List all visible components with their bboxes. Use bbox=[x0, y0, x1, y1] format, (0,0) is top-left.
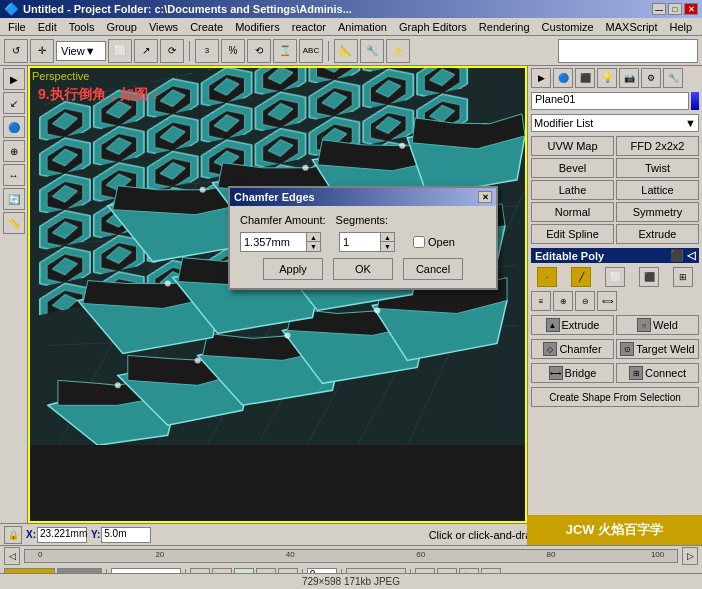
chamfer-tool-btn[interactable]: ◇ Chamfer bbox=[531, 339, 614, 359]
left-icon2[interactable]: ↙ bbox=[3, 92, 25, 114]
left-icon1[interactable]: ▶ bbox=[3, 68, 25, 90]
y-coord-value[interactable]: 5.0m bbox=[101, 527, 151, 543]
create-shape-btn[interactable]: Create Shape From Selection bbox=[531, 387, 699, 407]
bevel-btn[interactable]: Bevel bbox=[531, 158, 614, 178]
timeline-scroll-left[interactable]: ◁ bbox=[4, 547, 20, 565]
menu-item-edit[interactable]: Edit bbox=[32, 20, 63, 34]
toolbar-icon5[interactable]: % bbox=[221, 39, 245, 63]
toolbar-move-icon[interactable]: ✛ bbox=[30, 39, 54, 63]
maximize-button[interactable]: □ bbox=[668, 3, 682, 15]
chamfer-amount-input[interactable] bbox=[241, 233, 306, 251]
watermark-text: JCW 火焰百字学 bbox=[566, 521, 664, 523]
border-icon[interactable]: ⬜ bbox=[605, 267, 625, 287]
cancel-button[interactable]: Cancel bbox=[403, 258, 463, 280]
modifier-list-row: Modifier List ▼ bbox=[528, 112, 702, 134]
close-button[interactable]: ✕ bbox=[684, 3, 698, 15]
status-lock-icon[interactable]: 🔒 bbox=[4, 526, 22, 544]
normal-btn[interactable]: Normal bbox=[531, 202, 614, 222]
rp-icon5[interactable]: 📷 bbox=[619, 68, 639, 88]
menu-item-graph-editors[interactable]: Graph Editors bbox=[393, 20, 473, 34]
detach-icon[interactable]: ⊖ bbox=[575, 291, 595, 311]
ok-button[interactable]: OK bbox=[333, 258, 393, 280]
rp-icon7[interactable]: 🔧 bbox=[663, 68, 683, 88]
spin-down[interactable]: ▼ bbox=[307, 242, 320, 251]
view-dropdown[interactable]: View ▼ bbox=[56, 41, 106, 61]
twist-btn[interactable]: Twist bbox=[616, 158, 699, 178]
object-name-input[interactable]: Plane01 bbox=[531, 92, 689, 110]
menu-item-help[interactable]: Help bbox=[664, 20, 699, 34]
lathe-btn[interactable]: Lathe bbox=[531, 180, 614, 200]
segments-input[interactable] bbox=[340, 233, 380, 251]
attach-icon[interactable]: ⊕ bbox=[553, 291, 573, 311]
rp-icon3[interactable]: ⬛ bbox=[575, 68, 595, 88]
menu-item-maxscript[interactable]: MAXScript bbox=[600, 20, 664, 34]
toolbar-icon6[interactable]: ⟲ bbox=[247, 39, 271, 63]
minimize-button[interactable]: — bbox=[652, 3, 666, 15]
chamfer-amount-spinner[interactable]: ▲ ▼ bbox=[306, 233, 320, 251]
rp-icon6[interactable]: ⚙ bbox=[641, 68, 661, 88]
menu-item-views[interactable]: Views bbox=[143, 20, 184, 34]
toolbar-rotate-icon[interactable]: ↺ bbox=[4, 39, 28, 63]
chamfer-dialog-title: Chamfer Edges bbox=[234, 191, 478, 203]
edge-icon[interactable]: ╱ bbox=[571, 267, 591, 287]
menu-item-group[interactable]: Group bbox=[100, 20, 143, 34]
toolbar-icon4[interactable]: 3 bbox=[195, 39, 219, 63]
segments-input-wrap: ▲ ▼ bbox=[339, 232, 395, 252]
chamfer-close-button[interactable]: ✕ bbox=[478, 191, 492, 203]
modifier-list-dropdown[interactable]: Modifier List ▼ bbox=[531, 114, 699, 132]
left-icon5[interactable]: ↔ bbox=[3, 164, 25, 186]
extrude-tool-btn[interactable]: ▲ Extrude bbox=[531, 315, 614, 335]
apply-button[interactable]: Apply bbox=[263, 258, 323, 280]
menu-item-customize[interactable]: Customize bbox=[536, 20, 600, 34]
toolbar-icon9[interactable]: 📐 bbox=[334, 39, 358, 63]
spin-up[interactable]: ▲ bbox=[307, 233, 320, 242]
lattice-btn[interactable]: Lattice bbox=[616, 180, 699, 200]
menu-item-animation[interactable]: Animation bbox=[332, 20, 393, 34]
weld-btn[interactable]: ○ Weld bbox=[616, 315, 699, 335]
connect-btn[interactable]: ⊞ Connect bbox=[616, 363, 699, 383]
mirror-icon[interactable]: ⟺ bbox=[597, 291, 617, 311]
left-icon3[interactable]: 🔵 bbox=[3, 116, 25, 138]
toolbar-icon11[interactable]: ⚡ bbox=[386, 39, 410, 63]
poly-icon[interactable]: ⬛ bbox=[639, 267, 659, 287]
toolbar-select-icon[interactable]: ⬜ bbox=[108, 39, 132, 63]
timeline-scroll-right[interactable]: ▷ bbox=[682, 547, 698, 565]
toolbar-named-sel[interactable] bbox=[558, 39, 698, 63]
target-weld-btn[interactable]: ⊙ Target Weld bbox=[616, 339, 699, 359]
edit-spline-btn[interactable]: Edit Spline bbox=[531, 224, 614, 244]
left-icon6[interactable]: 🔄 bbox=[3, 188, 25, 210]
extrude-btn[interactable]: Extrude bbox=[616, 224, 699, 244]
rp-icon4[interactable]: 💡 bbox=[597, 68, 617, 88]
toolbar-icon2[interactable]: ↗ bbox=[134, 39, 158, 63]
toolbar-icon8[interactable]: ABC bbox=[299, 39, 323, 63]
menu-item-reactor[interactable]: reactor bbox=[286, 20, 332, 34]
timeline-track[interactable]: 0 20 40 60 80 100 bbox=[24, 549, 678, 563]
menu-item-file[interactable]: File bbox=[2, 20, 32, 34]
rp-icon1[interactable]: ▶ bbox=[531, 68, 551, 88]
open-checkbox[interactable] bbox=[413, 236, 425, 248]
y-coord-label: Y: bbox=[91, 529, 100, 540]
seg-spin-up[interactable]: ▲ bbox=[381, 233, 394, 242]
toolbar-icon10[interactable]: 🔧 bbox=[360, 39, 384, 63]
left-icon7[interactable]: 📏 bbox=[3, 212, 25, 234]
toolbar-icon7[interactable]: ⌛ bbox=[273, 39, 297, 63]
seg-spin-down[interactable]: ▼ bbox=[381, 242, 394, 251]
uvw-map-btn[interactable]: UVW Map bbox=[531, 136, 614, 156]
bridge-btn[interactable]: ⟷ Bridge bbox=[531, 363, 614, 383]
vertex-icon[interactable]: · bbox=[537, 267, 557, 287]
menu-item-rendering[interactable]: Rendering bbox=[473, 20, 536, 34]
element-icon[interactable]: ⊞ bbox=[673, 267, 693, 287]
color-swatch[interactable] bbox=[691, 92, 699, 110]
menu-item-create[interactable]: Create bbox=[184, 20, 229, 34]
ffd-btn[interactable]: FFD 2x2x2 bbox=[616, 136, 699, 156]
symmetry-btn[interactable]: Symmetry bbox=[616, 202, 699, 222]
menu-item-modifiers[interactable]: Modifiers bbox=[229, 20, 286, 34]
editable-poly-header: Editable Poly ⬛ ◁ bbox=[531, 248, 699, 263]
left-icon4[interactable]: ⊕ bbox=[3, 140, 25, 162]
toolbar-icon3[interactable]: ⟳ bbox=[160, 39, 184, 63]
segments-spinner[interactable]: ▲ ▼ bbox=[380, 233, 394, 251]
menu-item-tools[interactable]: Tools bbox=[63, 20, 101, 34]
rp-icon2[interactable]: 🔵 bbox=[553, 68, 573, 88]
stack-icon[interactable]: ≡ bbox=[531, 291, 551, 311]
x-coord-value[interactable]: 23.221mm bbox=[37, 527, 87, 543]
